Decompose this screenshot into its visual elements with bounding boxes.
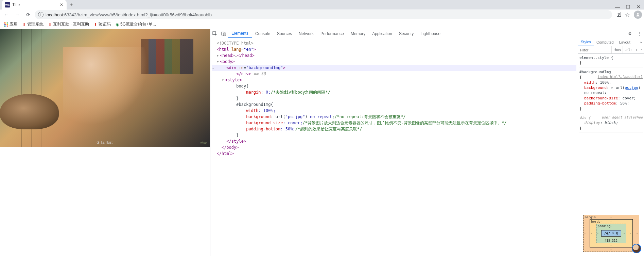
hov-button[interactable]: :hov (611, 46, 623, 53)
translate-icon[interactable]: 🈂 (616, 12, 622, 18)
svg-rect-4 (4, 24, 5, 25)
inspect-element-icon[interactable] (210, 29, 219, 38)
artist-signature: G-TZ Illust (97, 141, 112, 144)
apps-label: 应用 (10, 21, 18, 27)
svg-rect-5 (5, 24, 6, 25)
bookmark-item[interactable]: ⬇管理系统 (22, 21, 43, 27)
bookmarks-bar: 应用 ⬇管理系统 ⬇互利互助 · 互利互助 ⬇验证码 ◉5G流量合约包+单... (0, 20, 644, 29)
url-text: localhost:63342/hztm_view/www/h5/test/in… (46, 12, 212, 17)
url-input[interactable]: i localhost:63342/hztm_view/www/h5/test/… (35, 10, 612, 19)
svg-rect-8 (5, 26, 6, 27)
tab-elements[interactable]: Elements (228, 29, 252, 38)
tab-favicon: WS (5, 2, 10, 7)
device-toggle-icon[interactable] (219, 29, 228, 38)
tab-styles[interactable]: Styles (578, 38, 594, 46)
devtools-settings-icon[interactable]: ⚙ (625, 31, 634, 36)
styles-filter-row: :hov .cls + ▫ (578, 46, 644, 54)
source-link[interactable]: index.html?…faauoblb:1 (598, 75, 643, 79)
rendered-page: G-TZ Illust wlop (0, 29, 210, 256)
floating-assistant-avatar[interactable] (632, 244, 641, 253)
reload-button[interactable]: ⟳ (24, 10, 33, 19)
browser-tab[interactable]: WS Title ✕ (2, 0, 67, 10)
styles-tabs: Styles Computed Layout » (578, 38, 644, 46)
profile-avatar[interactable] (634, 11, 642, 19)
download-icon: ⬇ (22, 22, 26, 27)
svg-rect-3 (7, 22, 8, 23)
bookmark-item[interactable]: ◉5G流量合约包+单... (116, 21, 156, 27)
tab-title: Title (12, 2, 57, 7)
tab-application[interactable]: Application (369, 29, 396, 38)
more-tabs-icon[interactable]: » (638, 40, 644, 44)
svg-point-0 (637, 13, 639, 15)
svg-rect-6 (7, 24, 8, 25)
svg-rect-2 (5, 22, 6, 23)
site-info-icon[interactable]: i (38, 12, 43, 17)
new-style-button[interactable]: + (634, 46, 639, 53)
download-icon: ⬇ (94, 22, 97, 27)
svg-rect-11 (221, 32, 224, 35)
address-bar: ← → ⟳ i localhost:63342/hztm_view/www/h5… (0, 10, 644, 20)
box-model-content-size: 747 × 0 (601, 230, 621, 237)
bookmark-item[interactable]: ⬇验证码 (94, 21, 111, 27)
elements-tree[interactable]: <!DOCTYPE html> <html lang="en"> ▸<head>… (210, 38, 578, 256)
minimize-icon[interactable]: — (615, 4, 620, 10)
close-tab-icon[interactable]: ✕ (59, 2, 64, 7)
svg-rect-7 (4, 26, 5, 27)
bookmark-star-icon[interactable]: ☆ (625, 12, 630, 18)
tab-layout[interactable]: Layout (616, 38, 633, 46)
apps-button[interactable]: 应用 (3, 21, 18, 27)
new-tab-button[interactable]: ＋ (67, 0, 76, 10)
globe-icon: ◉ (116, 22, 119, 27)
styles-sidebar: Styles Computed Layout » :hov .cls + ▫ (578, 38, 644, 256)
devtools-tabs: Elements Console Sources Network Perform… (210, 29, 644, 38)
corner-logo: wlop (200, 141, 207, 144)
tab-computed[interactable]: Computed (594, 38, 616, 46)
maximize-icon[interactable]: ❐ (626, 4, 630, 10)
tab-lighthouse[interactable]: Lighthouse (417, 29, 444, 38)
download-icon: ⬇ (48, 22, 52, 27)
styles-rules[interactable]: element.style { } #backgroundImgindex.ht… (578, 54, 644, 211)
svg-rect-9 (7, 26, 8, 27)
tab-security[interactable]: Security (396, 29, 417, 38)
browser-tab-bar: WS Title ✕ ＋ — ❐ ✕ (0, 0, 644, 10)
tab-sources[interactable]: Sources (274, 29, 295, 38)
svg-rect-1 (4, 22, 5, 23)
forward-button[interactable]: → (13, 10, 22, 19)
tab-memory[interactable]: Memory (347, 29, 369, 38)
background-image: G-TZ Illust wlop (0, 29, 210, 147)
styles-filter-input[interactable] (578, 48, 611, 52)
tab-network[interactable]: Network (295, 29, 317, 38)
cls-button[interactable]: .cls (623, 46, 634, 53)
bookmark-item[interactable]: ⬇互利互助 · 互利互助 (48, 21, 89, 27)
window-controls: — ❐ ✕ (615, 4, 644, 10)
apps-grid-icon (3, 22, 8, 27)
close-window-icon[interactable]: ✕ (637, 4, 641, 10)
tab-console[interactable]: Console (252, 29, 274, 38)
back-button[interactable]: ← (2, 10, 11, 19)
box-layout-icon[interactable]: ▫ (639, 46, 644, 53)
devtools-panel: Elements Console Sources Network Perform… (210, 29, 644, 256)
devtools-menu-icon[interactable]: ⋮ (634, 31, 644, 36)
tab-performance[interactable]: Performance (317, 29, 347, 38)
